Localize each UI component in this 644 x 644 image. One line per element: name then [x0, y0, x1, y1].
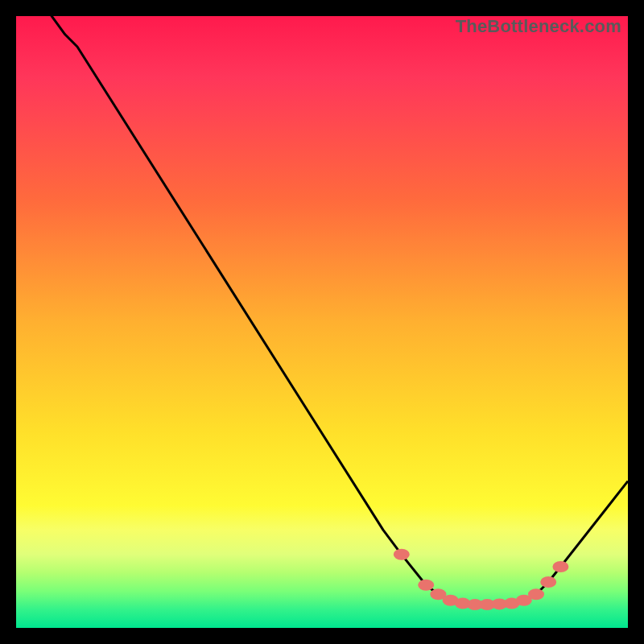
chart-frame: TheBottleneck.com — [16, 16, 628, 628]
data-marker — [528, 588, 544, 600]
plot-area: TheBottleneck.com — [16, 16, 628, 628]
data-marker — [418, 580, 434, 591]
marker-group — [394, 549, 569, 610]
bottleneck-curve — [16, 0, 628, 605]
data-marker — [540, 576, 556, 588]
data-marker — [394, 549, 410, 560]
data-marker — [552, 561, 568, 572]
chart-svg — [16, 16, 628, 628]
